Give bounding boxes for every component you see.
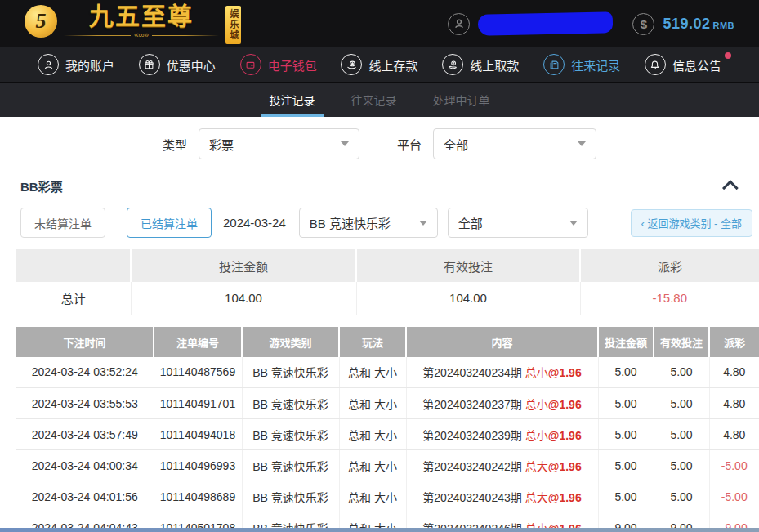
content-selection: 总小 (525, 366, 548, 379)
summary-table: 投注金额 有效投注 派彩 总计 104.00 104.00 -15.80 (16, 249, 759, 315)
cell-game-category: BB 竞速快乐彩 (242, 357, 339, 388)
cell-valid-bet: 5.00 (654, 419, 709, 450)
unsettled-bets-button[interactable]: 未结算注单 (20, 208, 105, 238)
flourish-infinity-icon: «∞» (134, 31, 149, 39)
flourish-line-right (152, 35, 219, 36)
user-icon (38, 54, 59, 75)
content-period: 第202403240237期 (422, 398, 521, 411)
tab-pending-orders[interactable]: 处理中订单 (425, 83, 498, 117)
summary-valid-bet: 104.00 (356, 282, 580, 315)
cell-content: 第202403240242期总大@1.96 (406, 450, 598, 481)
cell-valid-bet: 5.00 (654, 481, 709, 512)
bet-records-table: 下注时间 注单编号 游戏类别 玩法 内容 投注金额 有效投注 派彩 2024-0… (16, 327, 759, 532)
cell-game-category: BB 竞速快乐彩 (242, 450, 339, 481)
content-period: 第202403240234期 (422, 366, 521, 379)
table-row: 2024-03-24 03:52:24 101140487569 BB 竞速快乐… (16, 357, 759, 388)
chevron-down-icon (341, 141, 349, 146)
nav-label: 往来记录 (571, 56, 620, 74)
cell-payout: -5.00 (709, 450, 759, 481)
summary-bet-amount: 104.00 (131, 282, 356, 315)
brand-title: 九五至尊 (89, 3, 194, 29)
username-redacted[interactable] (478, 11, 614, 35)
chevron-down-icon (419, 221, 427, 226)
gift-icon (139, 54, 160, 75)
nav-item-my-account[interactable]: 我的账户 (38, 54, 114, 75)
summary-header-payout: 派彩 (580, 249, 759, 282)
section-title: BB彩票 (20, 177, 63, 194)
bottom-edge-strip (0, 528, 759, 532)
cell-order-id: 101140494018 (154, 419, 242, 450)
nav-item-online-deposit[interactable]: 线上存款 (341, 54, 417, 75)
filter-row: 类型 彩票 平台 全部 (0, 117, 759, 169)
sub-select[interactable]: 全部 (448, 208, 588, 238)
cell-payout: 4.80 (709, 419, 759, 450)
nav-item-promotions[interactable]: 优惠中心 (139, 54, 216, 75)
bet-table-header-row: 下注时间 注单编号 游戏类别 玩法 内容 投注金额 有效投注 派彩 (16, 327, 759, 357)
header-valid-bet: 有效投注 (654, 327, 709, 357)
content-odds: @1.96 (548, 398, 582, 411)
nav-item-online-withdraw[interactable]: 线上取款 (442, 54, 519, 75)
brand-badge: 娱乐城 (225, 6, 241, 44)
content-odds: @1.96 (548, 429, 582, 442)
bell-icon (645, 54, 666, 75)
cell-content: 第202403240234期总小@1.96 (406, 357, 598, 388)
nav-label: 我的账户 (65, 56, 114, 74)
cell-game-category: BB 竞速快乐彩 (242, 388, 339, 419)
cell-bet-time: 2024-03-24 03:52:24 (16, 357, 154, 388)
content-period: 第202403240239期 (422, 429, 521, 442)
cell-payout: 4.80 (709, 388, 759, 419)
collapse-chevron-icon[interactable] (722, 180, 739, 196)
table-row: 2024-03-24 03:55:53 101140491701 BB 竞速快乐… (16, 388, 759, 419)
cell-payout: 4.80 (709, 357, 759, 388)
game-select[interactable]: BB 竞速快乐彩 (299, 208, 438, 238)
settled-bets-button[interactable]: 已结算注单 (127, 208, 212, 238)
site-logo[interactable]: 5 九五至尊 «∞» 娱乐城 (25, 3, 241, 44)
header-bet-time: 下注时间 (16, 327, 154, 357)
cell-bet-time: 2024-03-24 04:00:34 (16, 450, 154, 481)
game-select-value: BB 竞速快乐彩 (310, 214, 391, 231)
tab-bet-records[interactable]: 投注记录 (261, 83, 324, 117)
records-icon (543, 54, 565, 75)
type-select[interactable]: 彩票 (199, 128, 359, 159)
cell-order-id: 101140496993 (154, 450, 242, 481)
platform-select[interactable]: 全部 (433, 128, 596, 159)
cell-bet-time: 2024-03-24 03:55:53 (16, 388, 154, 419)
type-filter-label: 类型 (163, 136, 187, 153)
nav-item-transaction-records[interactable]: 往来记录 (543, 54, 620, 75)
cell-bet-amount: 5.00 (598, 388, 654, 419)
platform-filter-label: 平台 (397, 136, 422, 153)
cell-valid-bet: 5.00 (654, 388, 709, 419)
content-selection: 总大 (525, 491, 548, 504)
summary-payout: -15.80 (580, 282, 759, 315)
cell-play-type: 总和 大小 (339, 450, 406, 481)
summary-header-row: 投注金额 有效投注 派彩 (16, 249, 759, 282)
summary-total-label: 总计 (16, 282, 131, 315)
nav-item-announcements[interactable]: 信息公告 (645, 54, 721, 75)
flourish-line-left (64, 35, 131, 36)
table-row: 2024-03-24 04:01:56 101140498689 BB 竞速快乐… (16, 481, 759, 512)
balance-value: 519.02 (663, 16, 710, 32)
user-icon[interactable] (448, 13, 470, 35)
content-period: 第202403240243期 (422, 491, 521, 504)
cell-valid-bet: 5.00 (654, 357, 709, 388)
nav-item-e-wallet[interactable]: 电子钱包 (240, 54, 317, 75)
cell-content: 第202403240237期总小@1.96 (406, 388, 598, 419)
type-select-value: 彩票 (209, 136, 234, 153)
summary-header-bet-amount: 投注金额 (131, 249, 356, 282)
header-game-category: 游戏类别 (242, 327, 339, 357)
tab-transaction-records[interactable]: 往来记录 (343, 83, 405, 117)
cell-order-id: 101140491701 (154, 388, 242, 419)
cell-content: 第202403240243期总大@1.96 (406, 481, 598, 512)
cell-bet-time: 2024-03-24 03:57:49 (16, 419, 154, 450)
content-odds: @1.96 (548, 366, 582, 379)
section-header: BB彩票 (0, 169, 759, 194)
table-row: 2024-03-24 04:00:34 101140496993 BB 竞速快乐… (16, 450, 759, 481)
cell-bet-amount: 5.00 (598, 481, 654, 512)
balance-amount[interactable]: 519.02RMB (663, 16, 734, 33)
table-row: 2024-03-24 03:57:49 101140494018 BB 竞速快乐… (16, 419, 759, 450)
cell-bet-amount: 5.00 (598, 357, 654, 388)
header-payout: 派彩 (709, 327, 759, 357)
back-to-game-category-link[interactable]: ‹ 返回游戏类别 - 全部 (631, 209, 753, 237)
cell-payout: -5.00 (709, 481, 759, 512)
date-label: 2024-03-24 (223, 216, 286, 230)
